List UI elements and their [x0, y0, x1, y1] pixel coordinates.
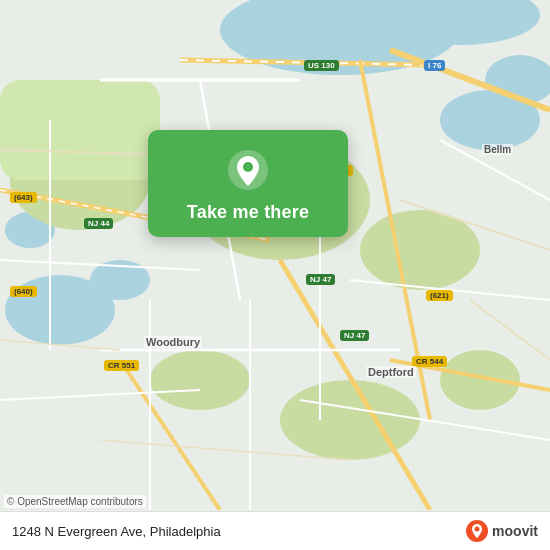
- location-pin-icon: [226, 148, 270, 192]
- moovit-text: moovit: [492, 523, 538, 539]
- deptford-label: Deptford: [366, 366, 416, 378]
- map-attribution: © OpenStreetMap contributors: [4, 495, 146, 508]
- map-svg: [0, 0, 550, 510]
- bottom-bar: 1248 N Evergreen Ave, Philadelphia moovi…: [0, 511, 550, 550]
- svg-point-12: [150, 350, 250, 410]
- bellm-label: Bellm: [482, 144, 513, 155]
- svg-point-42: [243, 162, 253, 172]
- moovit-logo: moovit: [466, 520, 538, 542]
- map-container: US 130 I 76 (621) NJ 44 (643) (640) NJ 4…: [0, 0, 550, 550]
- moovit-icon: [466, 520, 488, 542]
- svg-point-11: [360, 210, 480, 290]
- address-text: 1248 N Evergreen Ave, Philadelphia: [12, 524, 221, 539]
- svg-point-44: [475, 527, 480, 532]
- cr544-shield: CR 544: [412, 356, 447, 367]
- navigation-card: Take me there: [148, 130, 348, 237]
- nj44-shield: NJ 44: [84, 218, 113, 229]
- svg-point-13: [280, 380, 420, 460]
- us130-shield: US 130: [304, 60, 339, 71]
- svg-point-14: [440, 350, 520, 410]
- nj47a-shield: NJ 47: [306, 274, 335, 285]
- nj640-shield: (640): [10, 286, 37, 297]
- nj643-shield: (643): [10, 192, 37, 203]
- nj621b-shield: (621): [426, 290, 453, 301]
- i76-shield: I 76: [424, 60, 445, 71]
- woodbury-label: Woodbury: [144, 336, 202, 348]
- nj47b-shield: NJ 47: [340, 330, 369, 341]
- cr551-shield: CR 551: [104, 360, 139, 371]
- take-me-there-button[interactable]: Take me there: [187, 202, 309, 223]
- svg-rect-10: [0, 80, 160, 180]
